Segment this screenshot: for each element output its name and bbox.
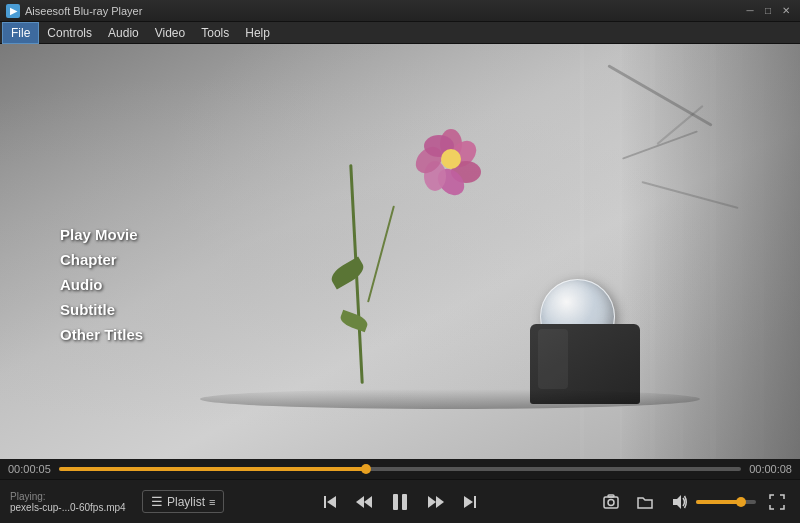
fullscreen-button[interactable]: [764, 489, 790, 515]
svg-rect-4: [393, 494, 398, 510]
title-bar-text: Aiseesoft Blu-ray Player: [25, 5, 742, 17]
volume-area: [666, 489, 756, 515]
rewind-button[interactable]: [350, 488, 378, 516]
rewind-icon: [356, 494, 372, 510]
svg-marker-3: [364, 496, 372, 508]
skip-prev-button[interactable]: [316, 488, 344, 516]
controls-bar: Playing: pexels-cup-...0-60fps.mp4 ☰ Pla…: [0, 479, 800, 523]
menu-tools[interactable]: Tools: [193, 22, 237, 44]
svg-marker-1: [327, 496, 336, 508]
svg-marker-0: [324, 496, 326, 508]
volume-icon: [670, 493, 688, 511]
playing-label: Playing:: [10, 491, 130, 502]
menu-file[interactable]: File: [2, 22, 39, 44]
overlay-play-movie[interactable]: Play Movie: [60, 224, 143, 245]
svg-marker-9: [474, 496, 476, 508]
svg-rect-10: [604, 497, 618, 508]
overlay-audio[interactable]: Audio: [60, 274, 143, 295]
branch-2: [367, 205, 395, 302]
volume-slider[interactable]: [696, 500, 756, 504]
progress-bar[interactable]: [59, 467, 741, 471]
menu-bar: File Controls Audio Video Tools Help: [0, 22, 800, 44]
menu-controls[interactable]: Controls: [39, 22, 100, 44]
volume-button[interactable]: [666, 489, 692, 515]
overlay-other-titles[interactable]: Other Titles: [60, 324, 143, 345]
video-area[interactable]: Play Movie Chapter Audio Subtitle Other …: [0, 44, 800, 459]
menu-help[interactable]: Help: [237, 22, 278, 44]
progress-area: 00:00:05 00:00:08: [0, 459, 800, 479]
overlay-menu: Play Movie Chapter Audio Subtitle Other …: [60, 224, 143, 345]
forward-button[interactable]: [422, 488, 450, 516]
svg-rect-12: [608, 495, 614, 497]
progress-thumb: [361, 464, 371, 474]
maximize-button[interactable]: □: [760, 4, 776, 18]
time-current: 00:00:05: [8, 463, 51, 475]
playlist-icon: ☰: [151, 494, 163, 509]
playing-filename: pexels-cup-...0-60fps.mp4: [10, 502, 130, 513]
svg-marker-2: [356, 496, 364, 508]
close-button[interactable]: ✕: [778, 4, 794, 18]
svg-marker-13: [673, 495, 681, 509]
title-bar-controls: ─ □ ✕: [742, 4, 794, 18]
svg-point-11: [608, 499, 614, 505]
menu-video[interactable]: Video: [147, 22, 193, 44]
right-controls: [598, 489, 790, 515]
skip-prev-icon: [322, 494, 338, 510]
playlist-list-icon: ≡: [209, 496, 215, 508]
flower-leaf: [328, 256, 367, 289]
playlist-button[interactable]: ☰ Playlist ≡: [142, 490, 224, 513]
svg-marker-7: [436, 496, 444, 508]
progress-fill: [59, 467, 366, 471]
forward-icon: [428, 494, 444, 510]
playlist-label: Playlist: [167, 495, 205, 509]
svg-marker-6: [428, 496, 436, 508]
flower-leaf-2: [338, 310, 369, 333]
overlay-subtitle[interactable]: Subtitle: [60, 299, 143, 320]
folder-icon: [636, 493, 654, 511]
overlay-chapter[interactable]: Chapter: [60, 249, 143, 270]
pause-button[interactable]: [384, 486, 416, 518]
volume-fill: [696, 500, 741, 504]
svg-marker-8: [464, 496, 473, 508]
screenshot-button[interactable]: [598, 489, 624, 515]
time-total: 00:00:08: [749, 463, 792, 475]
skip-next-button[interactable]: [456, 488, 484, 516]
fullscreen-icon: [768, 493, 786, 511]
minimize-button[interactable]: ─: [742, 4, 758, 18]
now-playing-info: Playing: pexels-cup-...0-60fps.mp4: [10, 491, 130, 513]
title-bar: ▶ Aiseesoft Blu-ray Player ─ □ ✕: [0, 0, 800, 22]
skip-next-icon: [462, 494, 478, 510]
volume-thumb: [736, 497, 746, 507]
transport-controls: [316, 486, 484, 518]
svg-rect-5: [402, 494, 407, 510]
pause-icon: [390, 492, 410, 512]
menu-audio[interactable]: Audio: [100, 22, 147, 44]
folder-button[interactable]: [632, 489, 658, 515]
screenshot-icon: [602, 493, 620, 511]
app-icon: ▶: [6, 4, 20, 18]
floor-shadow: [200, 389, 700, 409]
